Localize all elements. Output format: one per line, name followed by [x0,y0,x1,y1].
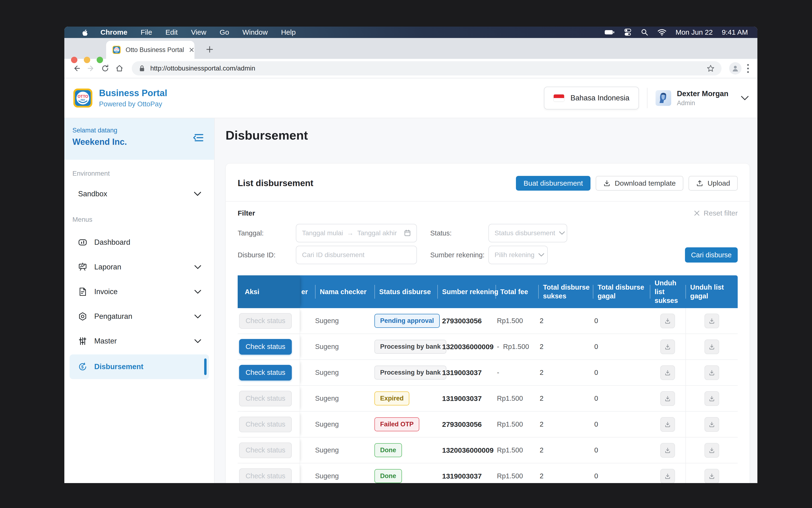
browser-profile-icon[interactable] [729,62,741,75]
table-row: Check status Sugeng Expired 1319003037 R… [238,386,738,412]
back-button[interactable] [71,62,83,75]
forward-button[interactable] [85,62,97,75]
column-total-disburse-sukses: Total disburse sukses [538,276,593,308]
status-badge: Done [375,443,402,457]
user-chevron-down-icon[interactable] [741,95,749,101]
check-status-button[interactable]: Check status [239,365,292,381]
menu-view[interactable]: View [191,28,206,36]
checker-cell: Sugeng [315,334,375,360]
environment-selector[interactable]: Sandbox [65,187,214,201]
disburse-id-input[interactable] [302,251,411,259]
environment-label: Environment [65,170,214,177]
browser-window: Chrome File Edit View Go Window Help Mon… [65,27,757,483]
menu-go[interactable]: Go [220,28,229,36]
download-sukses-button[interactable] [660,469,675,483]
upload-icon [696,180,703,187]
download-gagal-button[interactable] [704,339,719,354]
menu-file[interactable]: File [140,28,152,36]
table-row: Check status Sugeng Done 1319003037 Rp1.… [238,463,738,483]
rekening-cell: 1320036000009 [437,334,496,360]
browser-tab[interactable]: OTTOPAY Otto Business Portal [106,41,195,59]
download-gagal-cell [685,412,738,437]
zoom-window-button[interactable] [97,57,103,63]
checker-cell: Sugeng [315,308,375,334]
reset-filter-button[interactable]: Reset filter [694,209,738,217]
wifi-icon[interactable] [657,29,667,36]
download-sukses-button[interactable] [660,365,675,380]
check-status-button[interactable]: Check status [239,417,292,432]
lock-icon[interactable] [139,65,145,72]
download-gagal-button[interactable] [704,365,719,380]
language-button[interactable]: Bahasa Indonesia [544,87,639,110]
close-icon [694,210,700,216]
sukses-cell: 2 [538,334,593,360]
download-sukses-button[interactable] [660,313,675,328]
status-dropdown[interactable]: Status disbursement [488,224,567,242]
gagal-cell: 0 [593,308,650,334]
sidebar-item-master[interactable]: Master [65,329,214,353]
close-window-button[interactable] [71,57,77,63]
minimize-window-button[interactable] [84,57,90,63]
home-button[interactable] [113,62,126,75]
sidebar-item-laporan[interactable]: Laporan [65,255,214,280]
download-icon [603,180,610,187]
cari-disburse-button[interactable]: Cari disburse [685,247,738,262]
sidebar-item-disbursement[interactable]: $ Disbursement [70,354,209,379]
download-gagal-cell [685,463,738,483]
url-text[interactable]: http://ottobusinessportal.com/admin [150,65,255,72]
download-template-button[interactable]: Download template [596,176,683,190]
download-sukses-cell [650,437,685,463]
download-sukses-button[interactable] [660,443,675,458]
download-gagal-button[interactable] [704,469,719,483]
apple-icon[interactable] [81,29,88,36]
check-status-button[interactable]: Check status [239,339,292,355]
check-status-button[interactable]: Check status [239,391,292,407]
upload-button[interactable]: Upload [689,176,738,190]
download-gagal-button[interactable] [704,391,719,406]
status-badge: Processing by bank [375,366,446,380]
user-menu[interactable]: Dexter Morgan Admin [655,89,749,107]
tab-close-icon[interactable] [189,47,195,53]
address-bar[interactable]: http://ottobusinessportal.com/admin [132,61,722,76]
browser-menu-icon[interactable] [747,64,749,73]
menubar-clock: 9:41 AM [722,28,748,36]
menu-edit[interactable]: Edit [166,28,178,36]
buat-disbursement-button[interactable]: Buat disbursement [516,176,591,190]
download-sukses-button[interactable] [660,417,675,432]
sidebar-item-label: Invoice [94,288,118,296]
download-sukses-button[interactable] [660,391,675,406]
check-status-button[interactable]: Check status [239,468,292,483]
sumber-rekening-dropdown[interactable]: Pilih rekening [488,246,548,264]
new-tab-button[interactable] [204,44,215,55]
download-gagal-button[interactable] [704,417,719,432]
sidebar-item-dashboard[interactable]: Dashboard [65,230,214,255]
rekening-cell: 2793003056 [437,412,496,437]
welcome-label: Selamat datang [73,127,206,134]
menu-help[interactable]: Help [281,28,296,36]
spotlight-search-icon[interactable] [641,29,648,36]
sidebar-item-label: Master [94,337,117,345]
disburse-id-field[interactable] [296,246,417,264]
check-status-button[interactable]: Check status [239,442,292,458]
download-gagal-button[interactable] [704,443,719,458]
menus-label: Menus [65,216,214,223]
checker-cell: Sugeng [315,412,375,437]
menu-window[interactable]: Window [243,28,268,36]
window-controls [71,57,103,63]
date-range-input[interactable]: Tanggal mulai → Tanggal akhir [296,224,417,242]
page-title: Disbursement [225,128,750,143]
sidebar-item-pengaturan[interactable]: Pengaturan [65,304,214,329]
gagal-cell: 0 [593,412,650,437]
download-gagal-button[interactable] [704,313,719,328]
check-status-button[interactable]: Check status [239,313,292,329]
download-sukses-button[interactable] [660,339,675,354]
download-sukses-cell [650,334,685,360]
sidebar-collapse-icon[interactable] [193,133,204,142]
battery-icon[interactable] [604,29,615,36]
sidebar-item-invoice[interactable]: Invoice [65,280,214,304]
menu-chrome[interactable]: Chrome [100,28,127,36]
control-center-icon[interactable] [624,28,632,36]
reload-button[interactable] [99,62,111,75]
arrow-right-icon: → [347,229,353,237]
bookmark-star-icon[interactable] [707,65,715,72]
